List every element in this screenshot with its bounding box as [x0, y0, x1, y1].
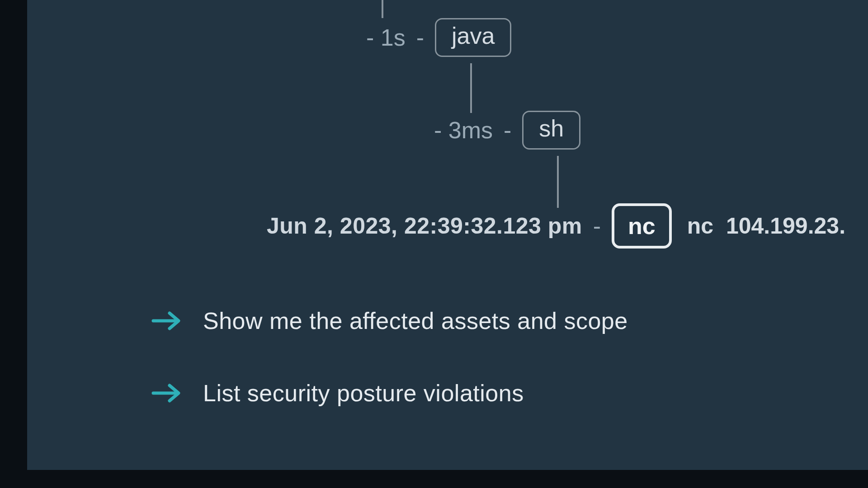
process-command: nc 104.199.23.: [687, 213, 845, 239]
cmd-args: 104.199.23.: [726, 213, 845, 239]
dash-separator: -: [416, 24, 424, 51]
tree-row-nc: Jun 2, 2023, 22:39:32.123 pm - nc nc 104…: [267, 203, 845, 249]
process-box-nc[interactable]: nc: [612, 203, 672, 249]
timestamp-label: Jun 2, 2023, 22:39:32.123 pm: [267, 213, 582, 239]
tree-connector: [470, 63, 472, 113]
suggestion-affected-assets[interactable]: Show me the affected assets and scope: [151, 307, 868, 334]
delay-label: - 3ms: [434, 117, 493, 144]
arrow-right-icon: [151, 310, 181, 331]
tree-connector: [382, 0, 383, 18]
security-panel: - 1s - java - 3ms - sh Jun 2, 2023, 22:3…: [27, 0, 868, 470]
delay-label: - 1s: [366, 24, 406, 51]
suggestion-label: List security posture violations: [203, 380, 524, 407]
cmd-name: nc: [687, 213, 713, 239]
tree-row-java: - 1s - java: [366, 18, 511, 57]
dash-separator: -: [504, 117, 511, 144]
arrow-right-icon: [151, 383, 181, 404]
process-tree: - 1s - java - 3ms - sh Jun 2, 2023, 22:3…: [27, 0, 868, 258]
process-box-java[interactable]: java: [435, 18, 511, 57]
suggestion-label: Show me the affected assets and scope: [203, 307, 628, 334]
process-box-sh[interactable]: sh: [522, 111, 580, 150]
suggestions-list: Show me the affected assets and scope Li…: [151, 307, 868, 407]
tree-row-sh: - 3ms - sh: [434, 111, 580, 150]
dash-separator: -: [593, 212, 601, 239]
tree-connector: [557, 156, 559, 208]
suggestion-posture-violations[interactable]: List security posture violations: [151, 380, 868, 407]
